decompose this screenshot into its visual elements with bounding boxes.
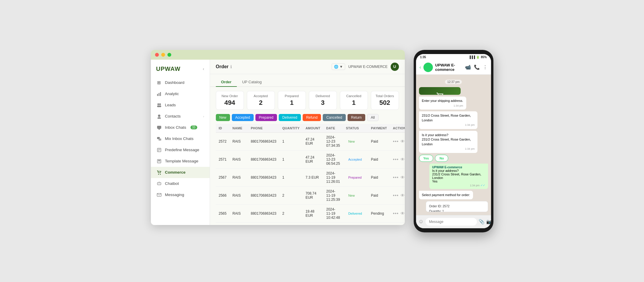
cell-status: Accepted	[343, 150, 368, 168]
stat-value: 2	[251, 99, 270, 107]
sidebar-logo-area: UPWAW ‹	[151, 63, 210, 77]
traffic-yellow[interactable]	[161, 53, 165, 57]
cell-qty: 2	[279, 186, 303, 204]
filter-accepted-btn[interactable]: Accepted	[232, 114, 254, 121]
sidebar-item-inbox-chats[interactable]: Inbox Chats 33	[151, 122, 210, 133]
tab-order[interactable]: Order	[216, 78, 237, 87]
svg-point-4	[159, 103, 161, 105]
chat-title-area: UPWAW E-commerce	[435, 63, 463, 72]
svg-rect-18	[158, 160, 160, 161]
action-dots-btn[interactable]: •••	[393, 211, 399, 216]
camera-icon[interactable]: 📷	[486, 219, 491, 224]
contacts-arrow: ›	[203, 115, 204, 118]
col-status: STATUS	[343, 124, 368, 133]
cell-action: ••• 👁	[390, 132, 405, 150]
stat-accepted: Accepted 2	[247, 91, 275, 110]
time-separator: 12:37 pm	[419, 79, 488, 84]
svg-point-23	[158, 183, 159, 184]
msg-address: 231/2 Cross Street, Rose Garden, London …	[419, 111, 478, 129]
action-view-btn[interactable]: 👁	[400, 175, 405, 180]
filter-delivered-btn[interactable]: Delivered	[279, 114, 301, 121]
sidebar-item-label: Contacts	[165, 114, 181, 118]
action-dots-btn[interactable]: •••	[393, 139, 399, 144]
back-button[interactable]: ‹	[420, 65, 421, 70]
battery-icon: 🔋	[476, 56, 480, 59]
traffic-red[interactable]	[155, 53, 159, 57]
msg-sent-address-confirm: UPWAW E-commerce Is it your address? 231…	[429, 164, 488, 189]
info-icon[interactable]: ℹ	[230, 64, 232, 69]
sidebar-item-label: Template Message	[165, 159, 198, 163]
message-input[interactable]	[425, 218, 477, 226]
filter-refund-btn[interactable]: Refund	[303, 114, 321, 121]
phone-statusbar: 1:35 ▐▐▐ 🔋 85%	[416, 54, 491, 60]
flag-icon: 🌐	[334, 65, 338, 69]
sidebar-item-label: Predefine Message	[165, 148, 199, 152]
sidebar-item-mix-inbox[interactable]: Mix Inbox Chats	[151, 133, 210, 144]
user-avatar[interactable]: U	[391, 63, 399, 71]
action-view-btn[interactable]: 👁	[400, 157, 405, 162]
svg-point-3	[157, 103, 159, 105]
dashboard-icon: ⊞	[156, 80, 162, 86]
cell-amount: 7.3 EUR	[303, 168, 323, 186]
msg-text: Enter your shipping address.	[422, 99, 463, 103]
header-right: 🌐 ▼ UPWAW E-COMMERCE U	[332, 63, 399, 71]
statusbar-right: ▐▐▐ 🔋 85%	[469, 56, 487, 59]
cell-action: ••• 👁	[390, 150, 405, 168]
action-dots-btn[interactable]: •••	[393, 157, 399, 162]
tab-up-catalog[interactable]: UP Catalog	[237, 78, 267, 87]
contacts-icon	[156, 113, 162, 119]
stat-label: Accepted	[251, 94, 270, 98]
sidebar-item-leads[interactable]: Leads	[151, 100, 210, 111]
sidebar-item-label: Leads	[165, 103, 176, 107]
sidebar-collapse-button[interactable]: ‹	[203, 66, 204, 71]
yes-button[interactable]: Yes	[419, 155, 433, 162]
stat-label: Prepared	[282, 94, 301, 98]
filter-row: New Accepted Prepared Delivered Refund C…	[210, 113, 405, 124]
phone-time: 1:35	[420, 56, 426, 59]
sidebar-item-chatbot[interactable]: Chatbot	[151, 178, 210, 189]
msg-confirm-address: Is it your address? 231/2 Cross Street, …	[419, 131, 478, 153]
sidebar-item-messaging[interactable]: Messaging	[151, 189, 210, 201]
time-label: 12:37 pm	[445, 80, 462, 84]
battery-pct: 85%	[481, 56, 487, 59]
cell-phone: 8801706863423	[248, 222, 279, 225]
sidebar-item-template[interactable]: Template Message	[151, 156, 210, 167]
sidebar-item-dashboard[interactable]: ⊞ Dashboard	[151, 77, 210, 88]
cell-phone: 8801706863423	[248, 150, 279, 168]
lang-selector[interactable]: 🌐 ▼	[332, 63, 345, 70]
cell-payment: Paid	[368, 132, 390, 150]
filter-cancelled-btn[interactable]: Cancelled	[323, 114, 345, 121]
action-dots-btn[interactable]: •••	[393, 175, 399, 180]
sidebar-item-commerce[interactable]: Commerce	[151, 167, 210, 178]
svg-rect-22	[157, 182, 161, 185]
logo-text: UPWAW	[156, 66, 181, 72]
video-call-icon[interactable]: 📹	[465, 64, 471, 70]
filter-return-btn[interactable]: Return	[348, 114, 365, 121]
emoji-icon[interactable]: ☺	[418, 219, 424, 225]
sidebar-item-analytic[interactable]: Analytic	[151, 88, 210, 100]
attachment-icon[interactable]: 📎	[479, 219, 485, 224]
cell-amount: 47.24 EUR	[303, 132, 323, 150]
cell-status: Prepared	[343, 168, 368, 186]
cell-status: New	[343, 132, 368, 150]
filter-all-btn[interactable]: All	[367, 114, 379, 121]
sidebar-item-predefine[interactable]: Predefine Message	[151, 144, 210, 156]
filter-prepared-btn[interactable]: Prepared	[255, 114, 277, 121]
action-btns: ••• 👁	[393, 211, 405, 216]
no-button[interactable]: No	[435, 155, 448, 162]
leads-icon	[156, 102, 162, 108]
sidebar-item-contacts[interactable]: Contacts ›	[151, 111, 210, 122]
more-options-icon[interactable]: ⋮	[483, 64, 488, 70]
filter-new-btn[interactable]: New	[216, 114, 230, 121]
action-view-btn[interactable]: 👁	[400, 211, 405, 216]
lang-dropdown-arrow: ▼	[340, 65, 343, 69]
phone-call-icon[interactable]: 📞	[474, 64, 480, 70]
cell-action: ••• 👁	[390, 222, 405, 225]
action-dots-btn[interactable]: •••	[393, 193, 399, 198]
svg-point-8	[157, 117, 161, 119]
action-view-btn[interactable]: 👁	[400, 139, 405, 144]
msg-text: 231/2 Cross Street, Rose Garden, London	[422, 113, 475, 123]
inbox-badge: 33	[190, 125, 197, 129]
traffic-green[interactable]	[167, 53, 171, 57]
action-view-btn[interactable]: 👁	[400, 193, 405, 198]
